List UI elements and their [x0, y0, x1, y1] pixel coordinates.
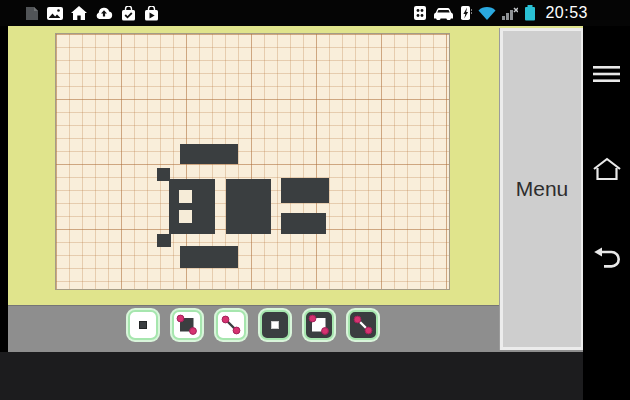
back-key-icon[interactable]	[583, 246, 630, 271]
pixel-shape-square-left-bottom	[157, 234, 171, 247]
line-erase-tool[interactable]	[348, 310, 378, 340]
bottom-letterbox	[0, 352, 583, 400]
bag-check-icon	[121, 6, 136, 21]
pixel-shape-block-middle	[226, 179, 271, 234]
pixel-shape-rect-right-bottom	[281, 213, 326, 234]
battery-icon	[524, 5, 536, 21]
charging-icon	[460, 5, 472, 21]
status-bar: 20:53	[0, 0, 630, 26]
pixel-shape-rect-bottom	[180, 246, 238, 268]
drawing-canvas[interactable]	[55, 33, 450, 290]
gallery-icon	[47, 7, 63, 20]
line-draw-tool[interactable]	[216, 310, 246, 340]
pixel-shape-hole-top	[179, 190, 192, 203]
menu-label: Menu	[516, 177, 569, 201]
rect-draw-tool[interactable]	[172, 310, 202, 340]
menu-key-icon[interactable]	[583, 64, 630, 84]
rect-erase-tool[interactable]	[304, 310, 334, 340]
pixel-erase-tool[interactable]	[260, 310, 290, 340]
pixel-shape-rect-top	[180, 144, 238, 164]
play-store-icon	[144, 6, 159, 21]
signal-x-icon	[502, 7, 518, 20]
screenshot-icon	[25, 6, 39, 21]
home-upload-icon	[71, 6, 87, 20]
memo-icon	[413, 5, 427, 21]
pixel-shape-hole-bottom	[179, 210, 192, 223]
pixel-shape-block-left	[169, 179, 215, 234]
app-background	[8, 26, 583, 352]
cloud-upload-icon	[95, 7, 113, 19]
home-key-icon[interactable]	[583, 156, 630, 182]
pixel-shape-rect-right-top	[281, 178, 329, 203]
navigation-bar	[583, 0, 630, 400]
status-left-icons	[25, 0, 159, 26]
wifi-icon	[478, 7, 496, 20]
menu-panel[interactable]: Menu	[500, 28, 584, 350]
tool-bar	[8, 305, 583, 352]
car-mode-icon	[433, 7, 454, 20]
pixel-draw-tool[interactable]	[128, 310, 158, 340]
status-right-icons: 20:53	[413, 0, 588, 26]
clock: 20:53	[542, 4, 588, 22]
